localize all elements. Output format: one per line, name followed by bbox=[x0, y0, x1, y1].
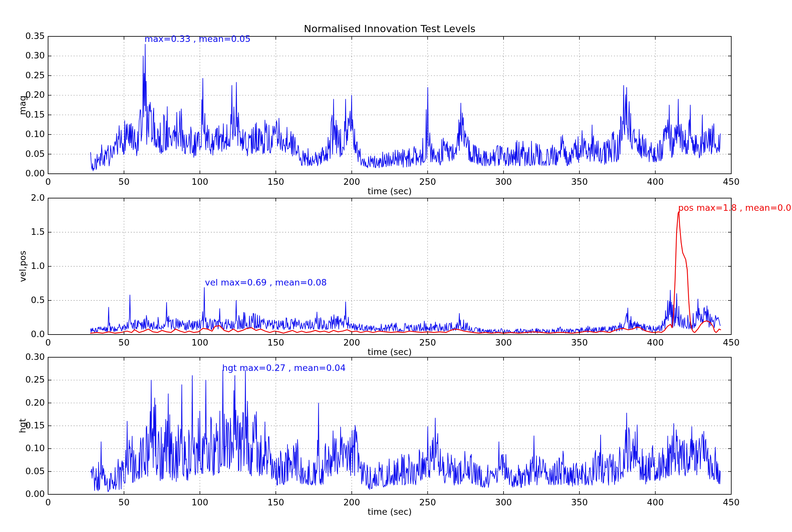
x-tick-label: 0 bbox=[45, 177, 51, 187]
y-tick-label: 2.0 bbox=[0, 193, 45, 203]
x-tick-label: 150 bbox=[267, 338, 284, 347]
xlabel-time-bottom: time (sec) bbox=[48, 507, 731, 517]
x-tick-label: 150 bbox=[267, 497, 284, 507]
x-tick-label: 50 bbox=[118, 177, 129, 187]
x-tick-label: 200 bbox=[343, 338, 360, 347]
annotation-vel-max: vel max=0.69 , mean=0.08 bbox=[205, 278, 327, 287]
xlabel-time-top: time (sec) bbox=[48, 186, 731, 196]
x-tick-label: 250 bbox=[419, 177, 436, 187]
x-tick-label: 200 bbox=[343, 497, 360, 507]
x-tick-label: 400 bbox=[647, 497, 664, 507]
y-tick-label: 1.0 bbox=[0, 261, 45, 271]
annotation-hgt-max: hgt max=0.27 , mean=0.04 bbox=[222, 363, 346, 373]
y-tick-label: 0.20 bbox=[0, 90, 45, 100]
x-tick-label: 400 bbox=[647, 177, 664, 187]
x-tick-label: 150 bbox=[267, 177, 284, 187]
x-tick-label: 100 bbox=[192, 338, 209, 347]
y-tick-label: 0.20 bbox=[0, 398, 45, 407]
y-tick-label: 0.15 bbox=[0, 110, 45, 119]
y-tick-label: 0.30 bbox=[0, 51, 45, 61]
x-tick-label: 200 bbox=[343, 177, 360, 187]
y-tick-label: 0.00 bbox=[0, 168, 45, 178]
y-tick-label: 0.30 bbox=[0, 352, 45, 362]
annotation-mag-max: max=0.33 , mean=0.05 bbox=[145, 34, 251, 44]
y-tick-label: 1.5 bbox=[0, 227, 45, 237]
y-tick-label: 0.25 bbox=[0, 70, 45, 80]
x-tick-label: 50 bbox=[118, 338, 129, 347]
y-tick-label: 0.25 bbox=[0, 375, 45, 385]
x-tick-label: 450 bbox=[723, 338, 740, 347]
x-tick-label: 50 bbox=[118, 497, 129, 507]
figure: Normalised Innovation Test Levels mag ve… bbox=[0, 0, 792, 532]
x-tick-label: 300 bbox=[495, 177, 512, 187]
y-tick-label: 0.0 bbox=[0, 329, 45, 339]
y-tick-label: 0.35 bbox=[0, 31, 45, 41]
y-tick-label: 0.5 bbox=[0, 295, 45, 305]
annotation-pos-max: pos max=1.8 , mean=0.06 bbox=[678, 203, 792, 213]
x-tick-label: 300 bbox=[495, 497, 512, 507]
chart-canvas bbox=[0, 0, 792, 532]
x-tick-label: 450 bbox=[723, 177, 740, 187]
xlabel-time-middle: time (sec) bbox=[48, 347, 731, 357]
x-tick-label: 250 bbox=[419, 497, 436, 507]
x-tick-label: 350 bbox=[571, 177, 588, 187]
y-tick-label: 0.10 bbox=[0, 129, 45, 139]
x-tick-label: 300 bbox=[495, 338, 512, 347]
x-tick-label: 400 bbox=[647, 338, 664, 347]
x-tick-label: 250 bbox=[419, 338, 436, 347]
chart-title: Normalised Innovation Test Levels bbox=[48, 23, 731, 34]
y-tick-label: 0.05 bbox=[0, 149, 45, 159]
x-tick-label: 100 bbox=[192, 177, 209, 187]
y-tick-label: 0.05 bbox=[0, 466, 45, 476]
x-tick-label: 100 bbox=[192, 497, 209, 507]
x-tick-label: 0 bbox=[45, 497, 51, 507]
x-tick-label: 350 bbox=[571, 497, 588, 507]
y-tick-label: 0.10 bbox=[0, 443, 45, 453]
y-tick-label: 0.00 bbox=[0, 489, 45, 499]
x-tick-label: 350 bbox=[571, 338, 588, 347]
x-tick-label: 0 bbox=[45, 338, 51, 347]
y-tick-label: 0.15 bbox=[0, 420, 45, 430]
x-tick-label: 450 bbox=[723, 497, 740, 507]
